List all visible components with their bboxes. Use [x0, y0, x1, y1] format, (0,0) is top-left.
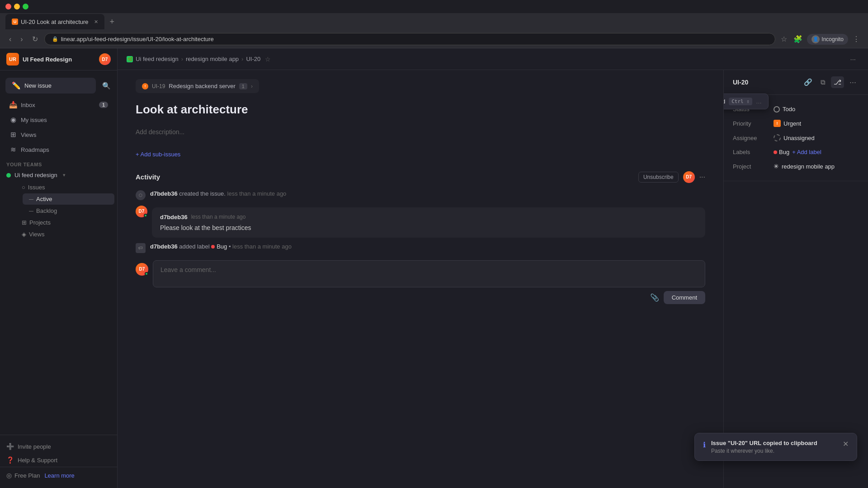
sidebar-new-issue-row: ✏️ New issue 🔍: [0, 74, 117, 97]
projects-label: Projects: [29, 219, 51, 226]
label-activity-text: d7bdeb36 added label Bug • less than a m…: [150, 243, 292, 250]
prev-issue-count: 1: [239, 83, 247, 89]
browser-chrome: U UI-20 Look at architecture ✕ + ‹ › ↻ 🔒…: [0, 0, 868, 48]
bookmark-button[interactable]: ☆: [779, 33, 789, 45]
nav-actions: ☆ 🧩 👤 Incognito ⋮: [779, 33, 862, 45]
prev-issue-title: Redesign backend server: [169, 83, 235, 89]
sidebar-item-roadmaps[interactable]: ≋ Roadmaps: [3, 142, 114, 157]
activity-actions: Unsubscribe D7 ···: [638, 171, 705, 183]
workspace-info[interactable]: UR UI Feed Redesign: [6, 53, 72, 66]
activity-section: Activity Unsubscribe D7 ··· ⬡ d7bdeb36 c…: [136, 171, 705, 304]
new-tab-button[interactable]: +: [106, 15, 118, 28]
comment-time: less than a minute ago: [191, 214, 246, 220]
status-value-button[interactable]: Todo: [774, 106, 795, 113]
tab-bar: U UI-20 Look at architecture ✕ +: [0, 13, 868, 30]
help-support-item[interactable]: ❓ Help & Support: [0, 453, 117, 467]
label-name: Bug: [217, 243, 227, 250]
copy-link-button[interactable]: 🔗: [801, 76, 815, 88]
input-avatar-wrapper: D7: [136, 260, 148, 276]
tooltip-text: Copy git branch name to clipboard: [723, 98, 725, 105]
comment-input-box[interactable]: Leave a comment...: [153, 260, 705, 287]
team-item[interactable]: Ui feed redesign ▾: [0, 169, 117, 181]
activity-more-button[interactable]: ···: [699, 173, 705, 181]
more-panel-button[interactable]: ⋯: [847, 76, 859, 88]
team-chevron-icon: ▾: [63, 172, 66, 178]
breadcrumb: 🌿 Ui feed redesign › redesign mobile app…: [127, 56, 271, 63]
address-bar[interactable]: 🔒 linear.app/ui-feed-redesign/issue/UI-2…: [44, 33, 776, 45]
learn-more-link[interactable]: Learn more: [44, 472, 74, 479]
online-dot: [144, 214, 147, 217]
assignee-value-button[interactable]: Unassigned: [774, 134, 815, 141]
reload-button[interactable]: ↻: [29, 33, 41, 45]
copy-markdown-button[interactable]: ⧉: [818, 76, 828, 88]
topbar-more-button[interactable]: ···: [847, 53, 859, 65]
inbox-label: Inbox: [21, 102, 35, 108]
toast-close-button[interactable]: ✕: [843, 440, 849, 448]
close-window-button[interactable]: [5, 4, 11, 9]
inbox-icon: 📥: [9, 101, 17, 109]
project-value: redesign mobile app: [782, 163, 835, 170]
label-activity-user: d7bdeb36: [150, 243, 178, 250]
bug-dot-icon: [774, 150, 777, 154]
sidebar-item-my-issues[interactable]: ◉ My issues: [3, 113, 114, 127]
toast-body: Issue "UI-20" URL copied to clipboard Pa…: [711, 440, 837, 454]
sub-item-backlog[interactable]: — Backlog: [23, 205, 114, 216]
breadcrumb-issue-id[interactable]: UI-20: [246, 56, 260, 62]
star-button[interactable]: ☆: [265, 56, 271, 63]
comment-avatar-wrapper: D7: [136, 206, 147, 217]
breadcrumb-project[interactable]: redesign mobile app: [186, 56, 239, 62]
prev-issue-id: UI-19: [152, 83, 165, 89]
label-activity-action: added label: [179, 243, 211, 250]
copy-branch-button[interactable]: ⎇: [831, 76, 844, 88]
comment-submit-button[interactable]: Comment: [664, 291, 705, 304]
search-button[interactable]: 🔍: [99, 80, 114, 92]
description-placeholder: Add description...: [136, 128, 184, 136]
issue-title[interactable]: Look at architecture: [136, 102, 705, 117]
add-label-button[interactable]: + Add label: [792, 149, 821, 155]
comment-username: d7bdeb36: [160, 214, 188, 221]
browser-tab[interactable]: U UI-20 Look at architecture ✕: [5, 14, 104, 29]
sidebar-item-views[interactable]: ⊞ Views: [3, 127, 114, 142]
issue-description[interactable]: Add description...: [136, 125, 705, 139]
new-issue-label: New issue: [24, 82, 52, 89]
status-circle-icon: [774, 106, 780, 113]
user-avatar[interactable]: D7: [99, 53, 111, 65]
back-button[interactable]: ‹: [6, 33, 14, 45]
more-options-button[interactable]: ⋮: [851, 33, 862, 45]
label-dot-icon: [211, 245, 215, 249]
prev-issue-card[interactable]: ! UI-19 Redesign backend server 1 ›: [136, 79, 259, 93]
panel-row-labels: Labels Bug + Add label: [733, 145, 859, 159]
maximize-window-button[interactable]: [23, 4, 28, 9]
forward-button[interactable]: ›: [18, 33, 25, 45]
incognito-badge[interactable]: 👤 Incognito: [807, 34, 848, 45]
project-value-button[interactable]: ✳ redesign mobile app: [774, 163, 835, 170]
invite-people-item[interactable]: ➕ Invite people: [0, 440, 117, 453]
labels-label: Labels: [733, 149, 769, 155]
sub-item-views-team[interactable]: ◈ Views: [15, 229, 114, 240]
panel-row-project: Project ✳ redesign mobile app: [733, 159, 859, 174]
unsubscribe-button[interactable]: Unsubscribe: [638, 172, 679, 183]
project-label: Project: [733, 163, 769, 170]
breadcrumb-team[interactable]: Ui feed redesign: [136, 56, 179, 62]
new-issue-button[interactable]: ✏️ New issue: [5, 78, 96, 94]
sidebar: UR UI Feed Redesign D7 ✏️ New issue 🔍 📥 …: [0, 48, 118, 488]
extensions-button[interactable]: 🧩: [792, 33, 804, 45]
issues-label: Issues: [28, 184, 45, 191]
activity-header: Activity Unsubscribe D7 ···: [136, 171, 705, 183]
invite-icon: ➕: [6, 443, 14, 450]
sub-item-projects[interactable]: ⊞ Projects: [15, 217, 114, 228]
priority-value-button[interactable]: ! Urgent: [774, 120, 801, 127]
attach-button[interactable]: 📎: [650, 293, 659, 302]
priority-value: Urgent: [783, 120, 801, 127]
tab-close-button[interactable]: ✕: [94, 19, 98, 25]
lock-icon: 🔒: [52, 36, 58, 42]
your-teams-label: Your teams: [0, 157, 117, 169]
bug-label-item[interactable]: Bug: [774, 149, 789, 155]
sub-item-active[interactable]: — Active: [23, 193, 114, 205]
roadmaps-icon: ≋: [9, 145, 17, 154]
activity-item-comment: D7 d7bdeb36 less than a minute ago Pleas…: [136, 206, 705, 238]
add-sub-issues-button[interactable]: + Add sub-issues: [136, 148, 705, 160]
sub-item-issues[interactable]: ○ Issues: [15, 182, 114, 193]
sidebar-item-inbox[interactable]: 📥 Inbox 1: [3, 98, 114, 112]
minimize-window-button[interactable]: [14, 4, 20, 9]
